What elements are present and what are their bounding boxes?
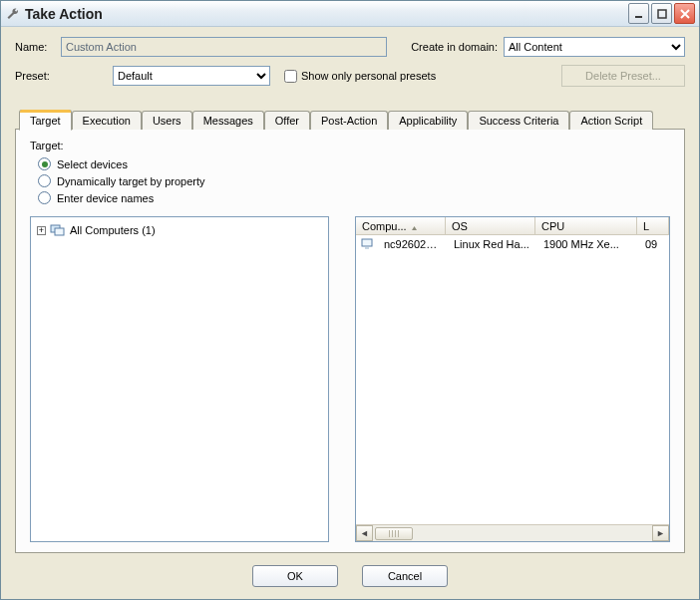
target-heading: Target:: [30, 140, 670, 151]
col-os[interactable]: OS: [446, 217, 535, 234]
scroll-track[interactable]: [373, 525, 652, 541]
device-list: Compu... OS CPU L: [355, 216, 670, 542]
cell-computer: nc926028.r...: [378, 238, 448, 250]
radio-enter-device-names[interactable]: Enter device names: [38, 191, 670, 204]
show-personal-presets-checkbox[interactable]: Show only personal presets: [284, 70, 436, 83]
radio-icon: [38, 174, 51, 187]
svg-rect-0: [635, 16, 642, 18]
computer-icon: [360, 237, 376, 251]
horizontal-scrollbar[interactable]: ◄ ►: [356, 524, 669, 541]
col-computer[interactable]: Compu...: [356, 217, 446, 234]
maximize-button[interactable]: [651, 3, 672, 24]
tab-offer[interactable]: Offer: [264, 111, 310, 130]
cancel-button[interactable]: Cancel: [362, 565, 448, 587]
radio-label: Dynamically target by property: [57, 175, 205, 187]
radio-icon: [38, 157, 51, 170]
dialog-footer: OK Cancel: [1, 553, 699, 599]
tree-root-label: All Computers (1): [70, 224, 156, 236]
tab-strip: Target Execution Users Messages Offer Po…: [15, 107, 685, 130]
domain-label: Create in domain:: [411, 41, 498, 53]
col-cpu[interactable]: CPU: [535, 217, 637, 234]
ok-button[interactable]: OK: [252, 565, 338, 587]
domain-select[interactable]: All Content: [504, 37, 685, 57]
radio-label: Select devices: [57, 158, 128, 170]
action-name-input[interactable]: [61, 37, 387, 57]
svg-rect-5: [365, 247, 369, 249]
tab-applicability[interactable]: Applicability: [388, 111, 468, 130]
svg-rect-1: [658, 10, 666, 18]
cell-os: Linux Red Ha...: [448, 238, 537, 250]
tab-execution[interactable]: Execution: [72, 111, 142, 130]
tab-users[interactable]: Users: [142, 111, 192, 130]
radio-dynamic-target[interactable]: Dynamically target by property: [38, 174, 670, 187]
tree-root[interactable]: + All Computers (1): [37, 223, 322, 237]
radio-icon: [38, 191, 51, 204]
tab-success-criteria[interactable]: Success Criteria: [468, 111, 569, 130]
svg-rect-4: [362, 239, 372, 246]
delete-preset-button: Delete Preset...: [561, 65, 685, 87]
tab-action-script[interactable]: Action Script: [569, 111, 653, 130]
take-action-window: Take Action Name: Create in domain: All …: [0, 0, 700, 600]
cell-last: 09: [639, 238, 669, 250]
preset-select[interactable]: Default: [113, 66, 270, 86]
device-list-header: Compu... OS CPU L: [356, 217, 669, 235]
radio-label: Enter device names: [57, 192, 154, 204]
tab-target[interactable]: Target: [19, 110, 72, 131]
target-tab-page: Target: Select devices Dynamically targe…: [15, 129, 685, 553]
svg-rect-3: [55, 228, 64, 235]
cell-cpu: 1900 MHz Xe...: [537, 238, 639, 250]
show-personal-presets-input[interactable]: [284, 70, 297, 83]
window-title: Take Action: [25, 6, 628, 22]
sort-asc-icon: [411, 222, 418, 229]
name-label: Name:: [15, 41, 61, 53]
tab-messages[interactable]: Messages: [192, 111, 264, 130]
device-list-row[interactable]: nc926028.r... Linux Red Ha... 1900 MHz X…: [356, 235, 669, 253]
scroll-thumb[interactable]: [375, 527, 413, 540]
radio-select-devices[interactable]: Select devices: [38, 157, 670, 170]
scroll-left-button[interactable]: ◄: [356, 525, 373, 541]
titlebar[interactable]: Take Action: [1, 1, 699, 27]
show-personal-presets-label: Show only personal presets: [301, 70, 436, 82]
wrench-icon: [5, 6, 21, 22]
expand-icon[interactable]: +: [37, 226, 46, 235]
device-tree[interactable]: + All Computers (1): [30, 216, 329, 542]
computers-icon: [50, 223, 66, 237]
col-last[interactable]: L: [637, 217, 669, 234]
minimize-button[interactable]: [628, 3, 649, 24]
close-button[interactable]: [674, 3, 695, 24]
tab-post-action[interactable]: Post-Action: [310, 111, 388, 130]
preset-label: Preset:: [15, 70, 61, 82]
scroll-right-button[interactable]: ►: [652, 525, 669, 541]
